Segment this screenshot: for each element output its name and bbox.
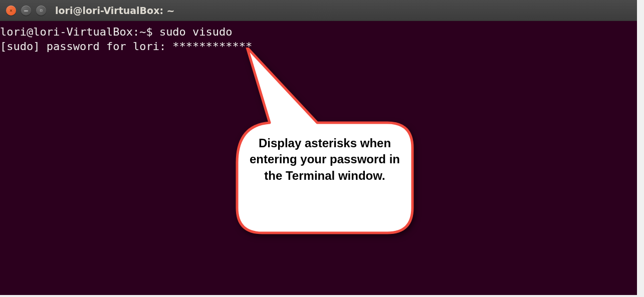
window-controls <box>6 6 46 16</box>
terminal-body[interactable]: lori@lori-VirtualBox:~$ sudo visudo [sud… <box>0 21 637 54</box>
close-button[interactable] <box>6 6 16 16</box>
minimize-button[interactable] <box>21 6 31 16</box>
maximize-button[interactable] <box>36 6 46 16</box>
terminal-line: [sudo] password for lori: ************ <box>0 40 637 54</box>
terminal-window: lori@lori-VirtualBox: ~ lori@lori-Virtua… <box>0 0 637 295</box>
titlebar: lori@lori-VirtualBox: ~ <box>0 0 637 21</box>
terminal-line: lori@lori-VirtualBox:~$ sudo visudo <box>0 25 637 40</box>
window-title: lori@lori-VirtualBox: ~ <box>55 5 175 16</box>
